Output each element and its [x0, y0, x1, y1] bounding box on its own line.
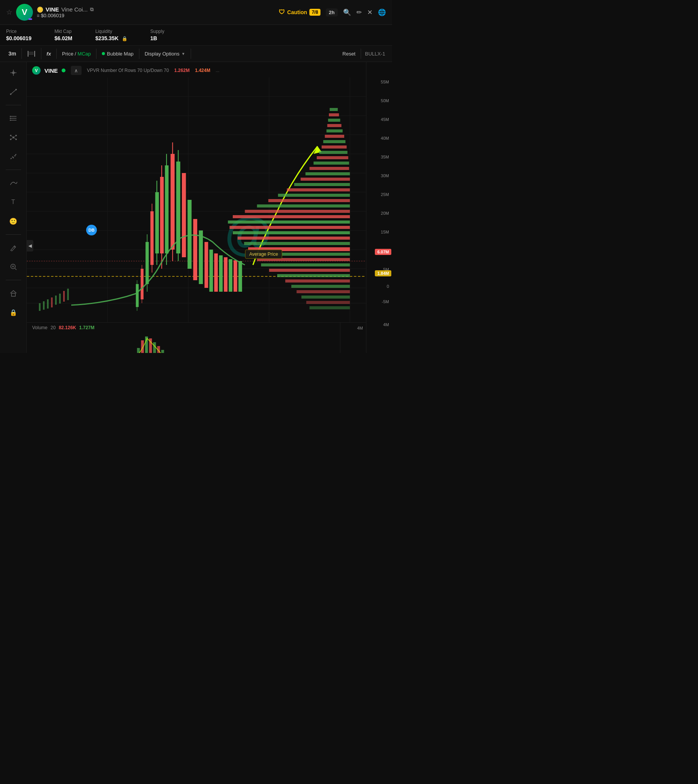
volume-collapse-button[interactable]: ◀	[27, 240, 33, 252]
price-mcap-toggle[interactable]: Price / MCap	[57, 49, 96, 59]
text-tool[interactable]: T	[7, 196, 20, 208]
svg-rect-101	[329, 113, 339, 116]
stat-price: Price $0.006019	[6, 29, 31, 41]
svg-point-5	[15, 89, 17, 91]
price-40m: 40M	[381, 136, 392, 140]
svg-rect-113	[300, 178, 350, 181]
search-icon[interactable]: 🔍	[343, 8, 351, 16]
crosshair-tool[interactable]	[7, 67, 20, 79]
edit-icon[interactable]: ✏	[356, 8, 362, 16]
volume-green-value: 1.727M	[79, 325, 94, 330]
svg-point-9	[10, 116, 11, 117]
price-45m: 45M	[381, 117, 392, 122]
caution-score: 7/8	[309, 9, 320, 16]
svg-rect-90	[205, 242, 208, 288]
svg-rect-59	[136, 284, 139, 307]
svg-rect-124	[238, 237, 350, 240]
globe-icon[interactable]: 🌐	[378, 8, 386, 16]
svg-rect-132	[285, 280, 350, 283]
token-info: 🪙 VINE Vine Coi... ⧉ ≡ $0.006019	[37, 6, 93, 18]
token-name-row: 🪙 VINE Vine Coi... ⧉	[37, 6, 93, 13]
lock-tool[interactable]: 🔒	[7, 306, 20, 318]
svg-rect-104	[327, 129, 343, 132]
svg-rect-87	[188, 200, 192, 269]
header-left: ☆ V 🪙 VINE Vine Coi... ⧉ ≡ $0.006019	[6, 4, 93, 21]
price-neg5m: -5M	[382, 299, 392, 304]
svg-rect-131	[277, 274, 350, 277]
pencil-tool[interactable]	[7, 242, 20, 254]
svg-rect-57	[63, 291, 65, 301]
svg-point-11	[10, 120, 11, 121]
svg-rect-133	[291, 285, 350, 288]
curve-tool[interactable]	[7, 177, 20, 189]
svg-rect-120	[233, 215, 350, 218]
timeframe-badge[interactable]: 2h	[326, 8, 338, 16]
svg-line-3	[11, 90, 16, 94]
trend-line-tool[interactable]	[7, 86, 20, 98]
svg-line-17	[11, 135, 13, 137]
svg-rect-145	[137, 348, 140, 353]
svg-rect-53	[47, 299, 49, 308]
price-35m: 35M	[381, 155, 392, 159]
caution-label: Caution	[287, 9, 307, 15]
svg-rect-97	[239, 261, 242, 292]
tool-separator-3	[6, 234, 21, 235]
svg-rect-102	[328, 119, 340, 122]
timeframe-selector[interactable]: 3m	[3, 48, 22, 59]
svg-rect-65	[145, 242, 149, 284]
horizontal-lines-tool[interactable]	[7, 112, 20, 124]
token-coin-icon: 🪙	[37, 7, 43, 13]
token-full-name: Vine Coi...	[61, 6, 87, 13]
db-badge[interactable]: DB	[86, 225, 97, 236]
price-55m: 55M	[381, 80, 392, 84]
svg-rect-116	[278, 194, 350, 197]
home-tool[interactable]	[7, 287, 20, 299]
chevron-down-icon: ▼	[182, 52, 185, 56]
copy-icon[interactable]: ⧉	[90, 7, 93, 13]
volume-main: Volume 20 82.126K 1.727M	[27, 323, 340, 353]
formula-button[interactable]: fx	[41, 49, 57, 59]
chart-live-dot	[62, 69, 66, 72]
chart-main[interactable]: ◀ V VINE ∧ VPVR Number Of Rows 70 Up/Dow…	[27, 62, 366, 353]
volume-section: Volume 20 82.126K 1.727M	[27, 322, 366, 353]
token-ticker: VINE	[46, 6, 59, 13]
svg-rect-122	[229, 226, 350, 229]
volume-axis-top: 4M	[340, 326, 366, 330]
emoji-tool[interactable]: 🙂	[7, 215, 20, 227]
svg-rect-74	[160, 177, 163, 254]
node-graph-tool[interactable]	[7, 131, 20, 143]
stat-mktcap: Mkt Cap $6.02M	[54, 29, 73, 41]
svg-rect-110	[314, 161, 349, 165]
volume-right-axis: 4M 0	[340, 323, 366, 353]
token-header-price: ≡ $0.006019	[37, 13, 93, 18]
price-50m: 50M	[381, 98, 392, 103]
candle-type-button[interactable]: |𝄘|	[22, 48, 41, 59]
close-icon[interactable]: ✕	[367, 8, 373, 16]
reset-button[interactable]: Reset	[337, 49, 361, 59]
scatter-tool[interactable]	[7, 150, 20, 163]
svg-line-29	[15, 268, 17, 270]
zoom-in-tool[interactable]	[7, 261, 20, 273]
liquidity-label: Liquidity	[95, 29, 127, 34]
svg-rect-129	[261, 264, 350, 267]
svg-rect-108	[319, 151, 348, 154]
vpvr-info: VPVR Number Of Rows 70 Up/Down 70	[87, 68, 169, 73]
svg-rect-68	[150, 211, 153, 265]
svg-rect-126	[248, 247, 350, 251]
favorite-icon[interactable]: ☆	[6, 8, 12, 16]
chart-svg-area[interactable]: @	[27, 77, 366, 322]
svg-rect-118	[257, 204, 350, 208]
svg-rect-114	[294, 183, 350, 186]
chart-toolbar: 3m |𝄘| fx Price / MCap Bubble Map Displa…	[0, 46, 392, 62]
header-icons: 🔍 ✏ ✕ 🌐	[343, 8, 386, 16]
bubble-map-button[interactable]: Bubble Map	[96, 49, 139, 59]
mktcap-value: $6.02M	[54, 35, 73, 41]
display-options-button[interactable]: Display Options ▼	[139, 49, 191, 59]
chart-collapse-button[interactable]: ∧	[71, 66, 82, 75]
svg-rect-111	[309, 167, 349, 170]
stat-supply: Supply 1B	[150, 29, 165, 41]
svg-rect-71	[155, 192, 158, 254]
svg-rect-107	[322, 145, 347, 148]
stats-bar: Price $0.006019 Mkt Cap $6.02M Liquidity…	[0, 25, 392, 46]
token-logo: V	[16, 4, 33, 21]
